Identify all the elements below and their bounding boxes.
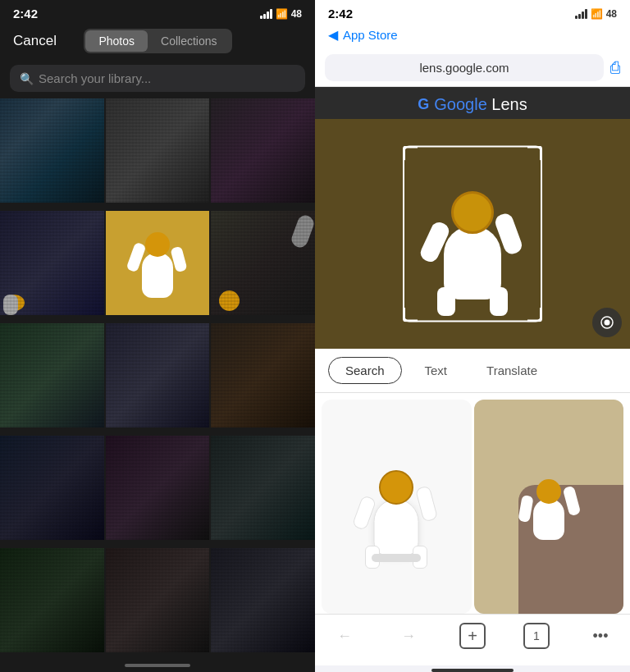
right-panel: 2:42 📶 48 ◀ App Store lens.google.com ⎙ … xyxy=(315,0,630,672)
back-arrow-icon: ◀ xyxy=(328,27,338,43)
scroll-indicator xyxy=(125,664,190,667)
google-logo: G xyxy=(418,96,429,113)
corner-tl xyxy=(403,146,418,161)
app-store-back-label[interactable]: App Store xyxy=(343,28,398,42)
lens-title: Google Lens xyxy=(434,95,527,114)
astronaut-photo xyxy=(106,211,210,315)
photo-cell-15[interactable] xyxy=(211,548,315,652)
photo-thumbnail-2 xyxy=(106,98,210,203)
app-store-nav[interactable]: ◀ App Store xyxy=(315,24,630,49)
result-card-1[interactable] xyxy=(322,400,472,614)
lens-search-button[interactable] xyxy=(592,308,622,337)
photo-thumbnail-13 xyxy=(0,548,104,652)
photo-thumbnail-6 xyxy=(211,211,315,315)
photo-thumbnail-1 xyxy=(0,98,104,203)
tab-translate[interactable]: Translate xyxy=(470,358,554,383)
result-hand-astronaut xyxy=(474,400,624,614)
photo-cell-4[interactable] xyxy=(0,211,104,315)
more-button[interactable]: ••• xyxy=(587,623,614,649)
photo-cell-8[interactable] xyxy=(106,323,210,427)
wifi-icon: 📶 xyxy=(276,8,288,20)
address-bar: lens.google.com ⎙ xyxy=(315,49,630,87)
forward-button[interactable]: → xyxy=(395,623,422,649)
photo-cell-3[interactable] xyxy=(211,98,315,203)
search-placeholder: Search your library... xyxy=(39,71,151,85)
home-indicator xyxy=(431,669,514,672)
result-astro-white-figure xyxy=(347,446,445,569)
signal-icon xyxy=(260,9,272,19)
segment-control: Photos Collections xyxy=(84,29,231,53)
photo-cell-5-highlighted[interactable] xyxy=(106,211,210,315)
photo-cell-9[interactable] xyxy=(211,323,315,427)
add-tab-button[interactable]: + xyxy=(459,623,486,649)
photo-cell-12[interactable] xyxy=(211,436,315,540)
photo-thumbnail-15 xyxy=(211,548,315,652)
right-status-icons: 📶 48 xyxy=(575,8,617,20)
lens-results xyxy=(315,393,630,614)
right-signal-icon xyxy=(575,9,587,19)
photo-cell-11[interactable] xyxy=(106,436,210,540)
selection-box xyxy=(403,146,542,322)
tabs-button[interactable]: 1 xyxy=(523,623,550,649)
right-wifi-icon: 📶 xyxy=(591,8,603,20)
photo-cell-14[interactable] xyxy=(106,548,210,652)
collections-tab[interactable]: Collections xyxy=(148,30,230,52)
held-helmet xyxy=(536,479,561,504)
held-astro-figure xyxy=(516,466,582,548)
photos-tab[interactable]: Photos xyxy=(85,30,148,52)
left-panel: 2:42 📶 48 Cancel Photos Collections 🔍 Se… xyxy=(0,0,315,672)
corner-bl xyxy=(403,308,418,322)
back-button[interactable]: ← xyxy=(331,623,358,649)
bottom-nav: ← → + 1 ••• xyxy=(315,614,630,665)
photo-cell-7[interactable] xyxy=(0,323,104,427)
share-icon[interactable]: ⎙ xyxy=(610,58,620,77)
photo-grid xyxy=(0,98,315,659)
battery-icon: 48 xyxy=(291,8,302,20)
photo-cell-10[interactable] xyxy=(0,436,104,540)
right-time: 2:42 xyxy=(328,7,353,21)
photo-thumbnail-12 xyxy=(211,436,315,540)
photo-thumbnail-9 xyxy=(211,323,315,427)
result-white-astronaut xyxy=(322,400,472,614)
result-card-2[interactable] xyxy=(474,400,624,614)
corner-tr xyxy=(527,146,542,161)
google-lens-header: G Google Lens xyxy=(315,87,630,119)
photo-thumbnail-7 xyxy=(0,323,104,427)
url-display[interactable]: lens.google.com xyxy=(325,54,604,81)
held-arm-left xyxy=(518,495,533,523)
photo-search-bar[interactable]: 🔍 Search your library... xyxy=(10,65,305,92)
photo-cell-6[interactable] xyxy=(211,211,315,315)
photo-cell-2[interactable] xyxy=(106,98,210,203)
res-base-white xyxy=(372,554,421,562)
tab-search[interactable]: Search xyxy=(328,357,402,384)
lens-image-area xyxy=(315,119,630,349)
photo-thumbnail-8 xyxy=(106,323,210,427)
left-nav: Cancel Photos Collections xyxy=(0,24,315,62)
held-arm-right xyxy=(562,485,581,515)
photo-cell-13[interactable] xyxy=(0,548,104,652)
photo-thumbnail-14 xyxy=(106,548,210,652)
corner-br xyxy=(527,308,542,322)
photo-cell-1[interactable] xyxy=(0,98,104,203)
res-helmet-white xyxy=(379,470,413,505)
lens-tabs: Search Text Translate xyxy=(315,349,630,393)
cancel-button[interactable]: Cancel xyxy=(13,33,57,49)
photo-thumbnail-3 xyxy=(211,98,315,203)
photo-thumbnail-10 xyxy=(0,436,104,540)
tab-text[interactable]: Text xyxy=(409,358,464,383)
right-status-bar: 2:42 📶 48 xyxy=(315,0,630,24)
held-body xyxy=(533,499,564,540)
right-battery-icon: 48 xyxy=(606,8,617,20)
photo-thumbnail-11 xyxy=(106,436,210,540)
search-icon: 🔍 xyxy=(20,72,34,85)
svg-point-1 xyxy=(605,320,610,326)
left-time: 2:42 xyxy=(13,7,38,21)
res-body-white xyxy=(374,499,419,556)
photo-thumbnail-4 xyxy=(0,211,104,315)
left-status-icons: 📶 48 xyxy=(260,8,302,20)
res-arm-right-white xyxy=(415,485,438,522)
left-status-bar: 2:42 📶 48 xyxy=(0,0,315,24)
